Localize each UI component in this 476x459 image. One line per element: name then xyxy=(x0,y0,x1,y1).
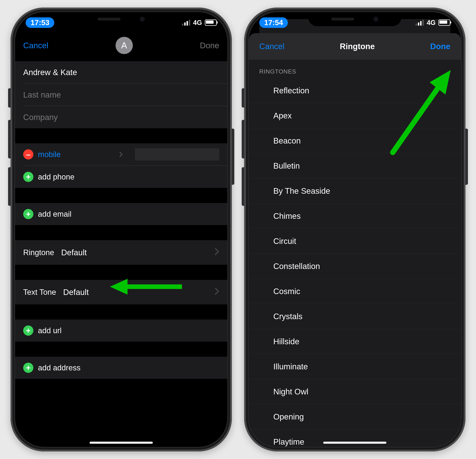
done-button[interactable]: Done xyxy=(200,41,219,50)
battery-icon xyxy=(205,19,217,26)
phone-label-mobile[interactable]: mobile xyxy=(38,150,61,159)
ringtone-option[interactable]: Constellation xyxy=(249,254,461,279)
ringtone-option[interactable]: Circuit xyxy=(249,229,461,254)
ringtone-option[interactable]: Opening xyxy=(249,404,461,429)
company-field[interactable]: Company xyxy=(15,106,227,128)
cancel-button[interactable]: Cancel xyxy=(23,41,48,50)
first-name-field[interactable]: Andrew & Kate xyxy=(15,61,227,83)
home-indicator[interactable] xyxy=(323,442,386,444)
ringtone-option[interactable]: By The Seaside xyxy=(249,179,461,204)
phone-number-redacted[interactable] xyxy=(135,148,219,161)
text-tone-label: Text Tone xyxy=(23,288,56,296)
add-address-label: add address xyxy=(38,363,80,372)
add-phone-label: add phone xyxy=(38,172,75,181)
ringtone-option[interactable]: Hillside xyxy=(249,329,461,354)
ringtone-label: Ringtone xyxy=(23,248,54,257)
network-label: 4G xyxy=(427,19,436,26)
network-label: 4G xyxy=(193,19,202,26)
home-indicator[interactable] xyxy=(90,442,153,444)
done-button[interactable]: Done xyxy=(430,41,450,51)
svg-line-2 xyxy=(393,82,442,152)
text-tone-value: Default xyxy=(63,287,89,297)
add-icon[interactable] xyxy=(23,209,33,219)
chevron-right-icon xyxy=(121,150,123,159)
battery-icon xyxy=(438,19,450,26)
ringtone-option[interactable]: Chimes xyxy=(249,204,461,229)
nav-bar: Cancel A Done xyxy=(15,33,227,58)
ringtone-option[interactable]: Cosmic xyxy=(249,279,461,304)
notch xyxy=(308,12,401,26)
ringtone-value: Default xyxy=(61,248,87,257)
signal-icon xyxy=(416,20,424,26)
add-address-row[interactable]: add address xyxy=(15,357,227,379)
add-url-row[interactable]: add url xyxy=(15,320,227,342)
ringtone-option[interactable]: Illuminate xyxy=(249,354,461,379)
add-icon[interactable] xyxy=(23,363,33,373)
sheet-nav-bar: Cancel Ringtone Done xyxy=(249,33,461,60)
signal-icon xyxy=(182,20,190,26)
status-time: 17:53 xyxy=(26,17,54,28)
annotation-arrow-ringtone xyxy=(110,277,184,296)
add-phone-row[interactable]: add phone xyxy=(15,166,227,188)
contact-avatar[interactable]: A xyxy=(116,37,133,54)
add-icon[interactable] xyxy=(23,172,33,182)
ringtone-option[interactable]: Crystals xyxy=(249,304,461,329)
add-icon[interactable] xyxy=(23,326,33,336)
phone-edit-contact: 17:53 4G Cancel A Done Andrew & Kate xyxy=(10,8,232,451)
remove-icon[interactable] xyxy=(23,149,33,159)
ringtone-row[interactable]: Ringtone Default xyxy=(15,240,227,265)
sheet-title: Ringtone xyxy=(340,41,375,51)
add-email-row[interactable]: add email xyxy=(15,203,227,225)
annotation-arrow-done xyxy=(386,65,459,156)
status-time: 17:54 xyxy=(259,17,288,28)
chevron-right-icon xyxy=(215,248,219,257)
phone-ringtone-picker: 17:54 4G Cancel Ringtone Done RINGTONES xyxy=(244,8,466,451)
ringtone-option[interactable]: Bulletin xyxy=(249,153,461,179)
ringtone-option[interactable]: Playtime xyxy=(249,429,461,447)
notch xyxy=(75,12,168,26)
ringtone-option[interactable]: Night Owl xyxy=(249,379,461,404)
add-url-label: add url xyxy=(38,326,62,335)
chevron-right-icon xyxy=(215,287,219,297)
cancel-button[interactable]: Cancel xyxy=(259,41,284,51)
add-email-label: add email xyxy=(38,210,71,218)
last-name-field[interactable]: Last name xyxy=(15,84,227,106)
svg-marker-1 xyxy=(110,279,128,295)
phone-mobile-row[interactable]: mobile xyxy=(15,143,227,165)
